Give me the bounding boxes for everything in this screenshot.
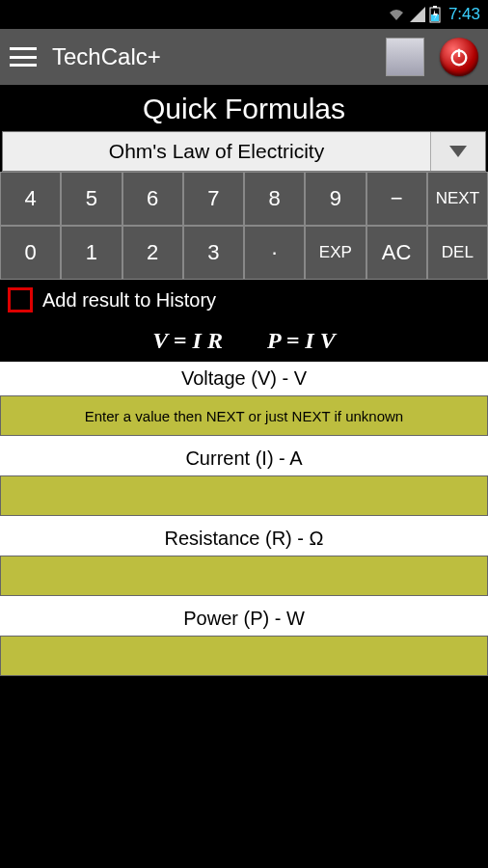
formula-1: V = I R bbox=[152, 328, 223, 353]
wifi-icon bbox=[387, 7, 406, 22]
key-1[interactable]: 1 bbox=[61, 226, 122, 280]
key-8[interactable]: 8 bbox=[244, 172, 305, 226]
field-input-1[interactable] bbox=[0, 475, 488, 516]
key-5[interactable]: 5 bbox=[61, 172, 122, 226]
checkbox-icon[interactable] bbox=[8, 287, 33, 312]
key-exp[interactable]: EXP bbox=[305, 226, 366, 280]
field-label-2: Resistance (R) - Ω bbox=[0, 522, 488, 556]
section-title: Quick Formulas bbox=[0, 85, 488, 131]
key-del[interactable]: DEL bbox=[427, 226, 488, 280]
app-bar: TechCalc+ bbox=[0, 29, 488, 85]
formula-dropdown[interactable]: Ohm's Law of Electricity bbox=[2, 131, 486, 172]
field-input-2[interactable] bbox=[0, 556, 488, 596]
status-bar: 7:43 bbox=[0, 0, 488, 29]
field-label-3: Power (P) - W bbox=[0, 602, 488, 636]
key-6[interactable]: 6 bbox=[122, 172, 183, 226]
menu-icon[interactable] bbox=[10, 47, 37, 67]
field-label-0: Voltage (V) - V bbox=[0, 362, 488, 395]
key-4[interactable]: 4 bbox=[0, 172, 61, 226]
battery-icon bbox=[429, 6, 441, 23]
status-time: 7:43 bbox=[448, 5, 480, 24]
formula-2: P = I V bbox=[267, 328, 336, 353]
signal-icon bbox=[410, 7, 425, 22]
key-3[interactable]: 3 bbox=[183, 226, 244, 280]
key-next[interactable]: NEXT bbox=[427, 172, 488, 226]
dropdown-selected: Ohm's Law of Electricity bbox=[3, 132, 431, 171]
key-2[interactable]: 2 bbox=[122, 226, 183, 280]
history-checkbox-label: Add result to History bbox=[42, 289, 216, 312]
key-ac[interactable]: AC bbox=[366, 226, 427, 280]
power-button[interactable] bbox=[440, 38, 478, 76]
history-checkbox-row[interactable]: Add result to History bbox=[0, 280, 488, 320]
key-−[interactable]: − bbox=[366, 172, 427, 226]
app-title: TechCalc+ bbox=[52, 43, 370, 70]
key-0[interactable]: 0 bbox=[0, 226, 61, 280]
field-input-0[interactable]: Enter a value then NEXT or just NEXT if … bbox=[0, 395, 488, 436]
keypad: 456789−NEXT 0123·EXPACDEL bbox=[0, 172, 488, 280]
key-·[interactable]: · bbox=[244, 226, 305, 280]
field-label-1: Current (I) - A bbox=[0, 442, 488, 475]
chevron-down-icon bbox=[431, 132, 485, 171]
key-9[interactable]: 9 bbox=[305, 172, 366, 226]
avatar[interactable] bbox=[386, 38, 424, 76]
field-input-3[interactable] bbox=[0, 636, 488, 676]
formula-display: V = I R P = I V bbox=[0, 320, 488, 362]
key-7[interactable]: 7 bbox=[183, 172, 244, 226]
